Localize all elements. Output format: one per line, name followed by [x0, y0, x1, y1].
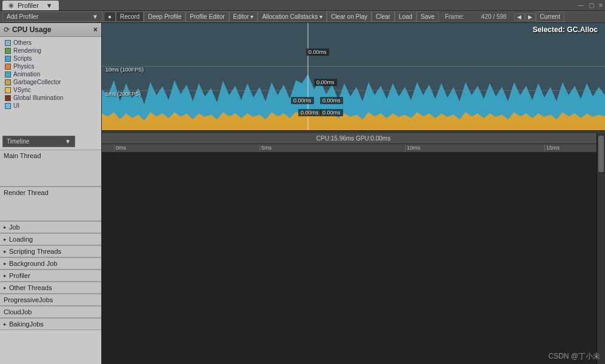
- swatch-icon: [5, 40, 11, 46]
- swatch-icon: [5, 79, 11, 85]
- chart-marker: 0.00ms: [320, 97, 343, 104]
- record-button[interactable]: ●: [104, 12, 116, 22]
- category-others[interactable]: Others: [5, 39, 96, 46]
- timeline-view[interactable]: CPU:15.96ms GPU:0.00ms 0ms5ms10ms15ms Pl…: [102, 133, 605, 364]
- sidebar: ⟳ CPU Usage × OthersRenderingScriptsPhys…: [0, 23, 102, 133]
- watermark: CSDN @丁小未: [548, 351, 600, 362]
- tab-title: Profiler: [18, 2, 39, 9]
- ruler-tick: 0ms: [116, 145, 126, 151]
- ruler-tick: 5ms: [261, 145, 272, 151]
- title-bar: ◉ Profiler ▼ — ▢ ≡: [0, 0, 605, 11]
- swatch-icon: [5, 95, 11, 101]
- clear-on-play-button[interactable]: Clear on Play: [327, 12, 372, 22]
- cpu-usage-module[interactable]: ⟳ CPU Usage ×: [0, 23, 101, 37]
- cpu-icon: ⟳: [4, 25, 10, 34]
- tab-dropdown-icon[interactable]: ▼: [46, 2, 53, 9]
- chevron-right-icon: ▸: [4, 248, 7, 254]
- timeline-select[interactable]: Timeline ▼: [2, 136, 75, 147]
- cpu-chart[interactable]: Selected: GC.Alloc 10ms (100FPS)5ms (200…: [102, 23, 605, 131]
- category-garbagecollector[interactable]: GarbageCollector: [5, 79, 96, 85]
- frame-label: Frame:: [439, 13, 470, 20]
- profiler-tab[interactable]: ◉ Profiler ▼: [2, 1, 59, 10]
- category-list: OthersRenderingScriptsPhysicsAnimationGa…: [0, 37, 101, 111]
- toolbar: Add Profiler▼ ● Record Deep Profile Prof…: [0, 11, 605, 23]
- profile-editor-button[interactable]: Profile Editor: [186, 12, 229, 22]
- chevron-right-icon: ▸: [4, 321, 7, 327]
- clear-button[interactable]: Clear: [372, 12, 395, 22]
- category-ui[interactable]: UI: [5, 102, 96, 109]
- scrollbar-thumb[interactable]: [598, 136, 604, 172]
- swatch-icon: [5, 87, 11, 93]
- allocation-callstacks-dropdown[interactable]: Allocation Callstacks ▾: [258, 12, 326, 22]
- chart-marker: 0.00ms: [298, 109, 321, 116]
- pin-icon: ◉: [8, 2, 14, 8]
- deep-profile-button[interactable]: Deep Profile: [144, 12, 186, 22]
- swatch-icon: [5, 103, 11, 109]
- chart-marker: 0.00ms: [320, 109, 343, 116]
- editor-dropdown[interactable]: Editor ▾: [229, 12, 258, 22]
- current-button[interactable]: Current: [536, 12, 564, 22]
- cpu-usage-title: CPU Usage: [12, 25, 52, 34]
- maximize-icon[interactable]: ▢: [589, 2, 594, 8]
- swatch-icon: [5, 71, 11, 78]
- category-physics[interactable]: Physics: [5, 63, 96, 70]
- close-module-icon[interactable]: ×: [93, 25, 98, 34]
- chart-marker: 0.00ms: [314, 79, 337, 86]
- chevron-right-icon: ▸: [4, 224, 7, 230]
- thread-render[interactable]: Render Thread: [0, 187, 101, 221]
- thread-scripting[interactable]: ▸Scripting Threads: [0, 245, 101, 257]
- chevron-right-icon: ▸: [4, 260, 7, 266]
- save-button[interactable]: Save: [416, 12, 439, 22]
- swatch-icon: [5, 56, 11, 62]
- time-ruler[interactable]: 0ms5ms10ms15ms: [102, 144, 605, 153]
- category-rendering[interactable]: Rendering: [5, 47, 96, 54]
- thread-other[interactable]: ▸Other Threads: [0, 282, 101, 294]
- category-vsync[interactable]: VSync: [5, 87, 96, 93]
- thread-loading[interactable]: ▸Loading: [0, 233, 101, 245]
- thread-sidebar: Timeline ▼ Main ThreadRender Thread▸Job▸…: [0, 133, 102, 364]
- thread-job[interactable]: ▸Job: [0, 221, 101, 233]
- thread-progressive[interactable]: ProgressiveJobs: [0, 294, 101, 306]
- frame-value: 420 / 598: [470, 13, 507, 20]
- swatch-icon: [5, 64, 11, 70]
- thread-cloud[interactable]: CloudJob: [0, 306, 101, 318]
- record-label[interactable]: Record: [116, 12, 144, 22]
- selected-label: Selected: GC.Alloc: [533, 25, 598, 34]
- load-button[interactable]: Load: [395, 12, 416, 22]
- vertical-scrollbar[interactable]: [597, 133, 605, 364]
- ruler-tick: 10ms: [407, 145, 420, 151]
- gridline-label: 10ms (100FPS): [105, 67, 144, 73]
- next-frame-button[interactable]: ▶: [525, 13, 536, 21]
- swatch-icon: [5, 48, 11, 54]
- chevron-right-icon: ▸: [4, 236, 7, 242]
- minimize-icon[interactable]: —: [578, 2, 584, 8]
- category-animation[interactable]: Animation: [5, 71, 96, 78]
- thread-baking[interactable]: ▸BakingJobs: [0, 318, 101, 330]
- window-menu-icon[interactable]: ≡: [599, 2, 603, 8]
- thread-profiler[interactable]: ▸Profiler: [0, 270, 101, 282]
- chart-marker: 0.00ms: [291, 97, 314, 104]
- add-profiler-dropdown[interactable]: Add Profiler▼: [2, 12, 102, 22]
- chevron-right-icon: ▸: [4, 273, 7, 279]
- ruler-tick: 15ms: [546, 145, 560, 151]
- thread-main[interactable]: Main Thread: [0, 150, 101, 187]
- prev-frame-button[interactable]: ◀: [514, 13, 525, 21]
- chart-marker: 0.00ms: [306, 48, 329, 56]
- category-global-illumination[interactable]: Global Illumination: [5, 94, 96, 101]
- chevron-right-icon: ▸: [4, 285, 7, 291]
- gridline-label: 5ms (200FPS): [105, 91, 141, 97]
- thread-background[interactable]: ▸Background Job: [0, 257, 101, 270]
- stats-bar: CPU:15.96ms GPU:0.00ms: [102, 133, 605, 144]
- category-scripts[interactable]: Scripts: [5, 55, 96, 62]
